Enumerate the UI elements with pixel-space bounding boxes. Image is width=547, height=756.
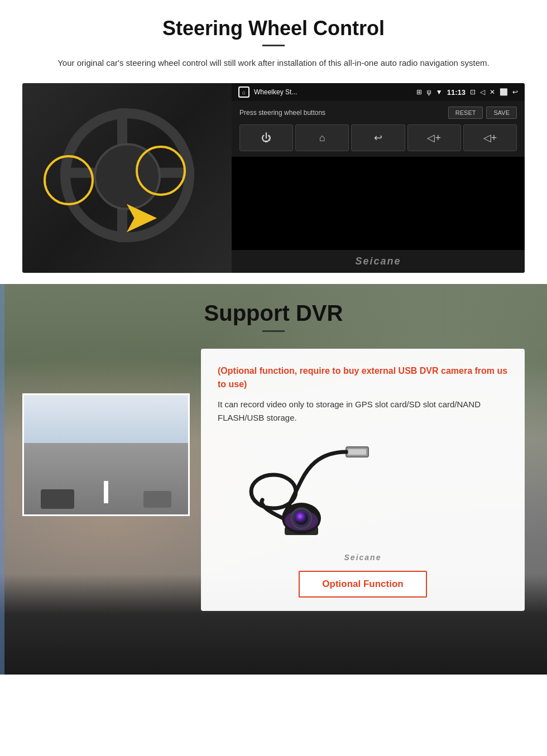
yellow-arrow: ➤: [122, 195, 159, 239]
statusbar-icon-psi: ψ: [426, 88, 431, 96]
statusbar-title: Wheelkey St...: [254, 88, 412, 96]
screenshot-car-left: [41, 489, 74, 509]
steering-section: Steering Wheel Control Your original car…: [0, 0, 547, 284]
statusbar-icon-vol: ◁: [480, 88, 485, 96]
screenshot-car-right: [143, 491, 171, 508]
svg-rect-1: [348, 449, 366, 455]
statusbar-icon-rect: ⬜: [500, 88, 508, 96]
dvr-content: Support DVR (Optional function, require …: [0, 284, 547, 628]
dvr-road-screenshot: [22, 393, 190, 516]
statusbar-wifi-icon: ▼: [436, 88, 443, 96]
svg-point-2: [251, 475, 296, 508]
save-button[interactable]: SAVE: [486, 107, 517, 119]
panel-action-buttons: RESET SAVE: [448, 107, 517, 119]
control-back[interactable]: ↩: [351, 124, 405, 151]
title-divider: [262, 45, 285, 46]
dvr-section: Support DVR (Optional function, require …: [0, 284, 547, 675]
seicane-watermark-dvr: Seicane: [218, 553, 508, 562]
seicane-watermark-steering: Seicane: [232, 250, 525, 273]
steering-control-grid: ⏻ ⌂ ↩ ◁+ ◁+: [239, 124, 517, 151]
display-spacer: [232, 157, 525, 250]
head-unit-display: ⌂ Wheelkey St... ⊞ ψ ▼ 11:13 ⊡ ◁ ✕ ⬜ ↩ P…: [232, 83, 525, 273]
reset-button[interactable]: RESET: [448, 107, 483, 119]
steering-composite-image: ➤ ⌂ Wheelkey St... ⊞ ψ ▼ 11:13 ⊡ ◁ ✕ ⬜ ↩: [22, 83, 525, 273]
control-vol-up-1[interactable]: ◁+: [407, 124, 461, 151]
dvr-optional-notice: (Optional function, require to buy exter…: [218, 364, 508, 391]
control-home[interactable]: ⌂: [295, 124, 349, 151]
statusbar-icon-cam: ⊡: [470, 88, 476, 96]
panel-header: Press steering wheel buttons RESET SAVE: [239, 107, 517, 119]
statusbar-icon-usb: ⊞: [416, 88, 422, 96]
steering-subtitle: Your original car's steering wheel contr…: [45, 56, 502, 70]
dvr-title-divider: [262, 330, 285, 332]
dvr-title: Support DVR: [22, 301, 525, 326]
control-power[interactable]: ⏻: [239, 124, 293, 151]
statusbar-time: 11:13: [447, 88, 466, 97]
svg-point-7: [295, 512, 308, 525]
dvr-camera-svg: [218, 436, 385, 547]
screenshot-lane: [104, 481, 108, 503]
steering-wheel-area: ➤: [22, 83, 232, 273]
screenshot-road: [24, 443, 188, 514]
statusbar: ⌂ Wheelkey St... ⊞ ψ ▼ 11:13 ⊡ ◁ ✕ ⬜ ↩: [232, 83, 525, 101]
yellow-circle-right: [136, 146, 186, 196]
screenshot-sky: [24, 395, 188, 443]
steering-title: Steering Wheel Control: [22, 17, 525, 40]
panel-instruction: Press steering wheel buttons: [239, 109, 325, 117]
yellow-circle-left: [44, 155, 94, 205]
statusbar-icon-back: ↩: [512, 88, 518, 96]
steering-control-panel: Press steering wheel buttons RESET SAVE …: [232, 101, 525, 157]
dvr-info-card: (Optional function, require to buy exter…: [201, 349, 525, 611]
dvr-product-image: [218, 436, 508, 547]
statusbar-icon-x: ✕: [490, 88, 495, 96]
dvr-layout: (Optional function, require to buy exter…: [22, 349, 525, 611]
home-icon: ⌂: [238, 86, 249, 98]
control-vol-up-2[interactable]: ◁+: [463, 124, 517, 151]
optional-function-button[interactable]: Optional Function: [299, 571, 426, 598]
dvr-description: It can record video only to storage in G…: [218, 398, 508, 425]
